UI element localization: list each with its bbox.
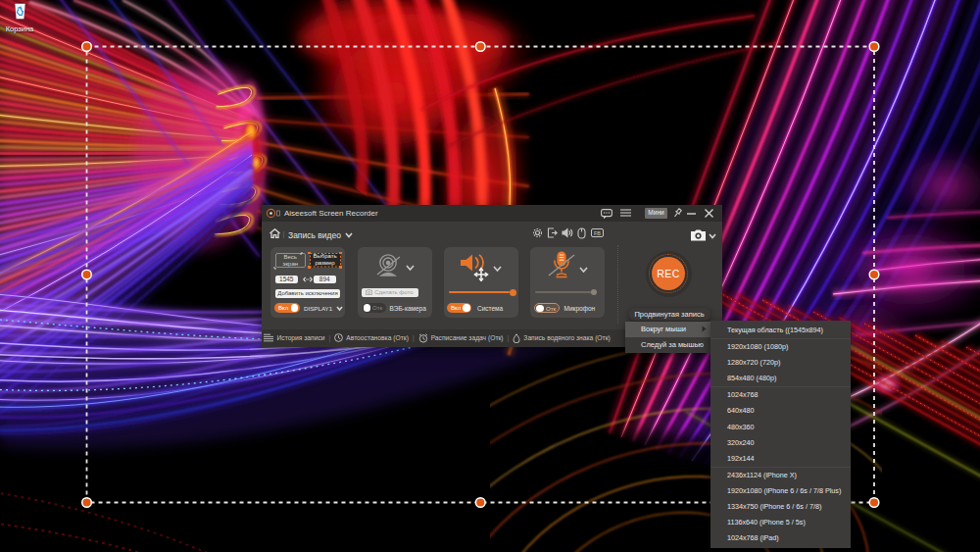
- svg-text:FB: FB: [594, 230, 601, 236]
